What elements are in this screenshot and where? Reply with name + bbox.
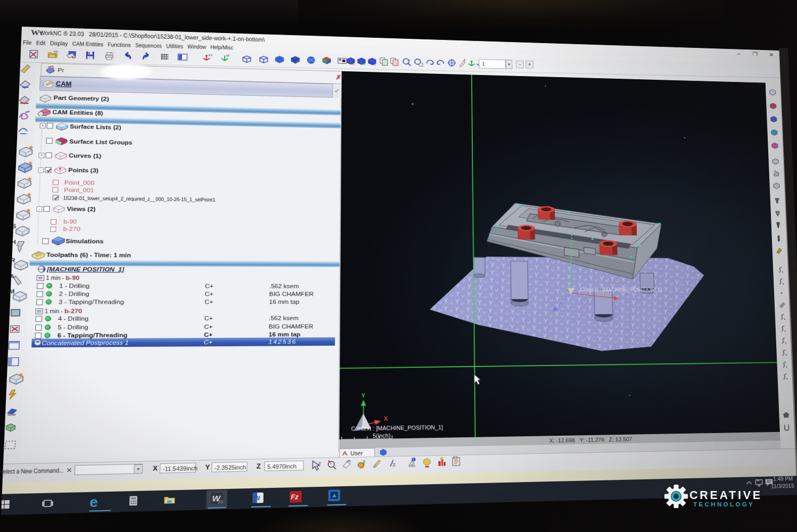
svg-text:Y: Y — [361, 393, 366, 399]
svg-text:2: 2 — [393, 462, 396, 468]
svg-text:X: X — [384, 415, 388, 422]
svg-text:x: x — [409, 58, 410, 61]
svg-text:XY: XY — [208, 53, 212, 57]
svg-text:Context : [MACHINE_POSITION_1]: Context : [MACHINE_POSITION_1] — [580, 287, 662, 293]
svg-text:2: 2 — [318, 461, 321, 466]
svg-text:23: 23 — [218, 500, 223, 504]
svg-text:A: A — [10, 273, 14, 279]
svg-text:Z₀: Z₀ — [372, 62, 375, 66]
svg-text:X₀: X₀ — [350, 62, 355, 65]
svg-text:M: M — [9, 288, 15, 295]
svg-text:2: 2 — [363, 460, 365, 464]
svg-text:R: R — [10, 257, 15, 263]
svg-text:S: S — [12, 223, 17, 229]
svg-text:M: M — [226, 54, 229, 57]
svg-text:e: e — [89, 494, 98, 510]
svg-text:TECHNOLOGY: TECHNOLOGY — [693, 501, 754, 508]
svg-text:Context : [MACHINE_POSITION_1]: Context : [MACHINE_POSITION_1] — [351, 424, 443, 431]
svg-text:CREATIVE: CREATIVE — [689, 489, 762, 502]
svg-text:H: H — [11, 239, 16, 245]
svg-text:Y₀: Y₀ — [361, 62, 365, 66]
svg-text:5(inch): 5(inch) — [373, 433, 390, 439]
